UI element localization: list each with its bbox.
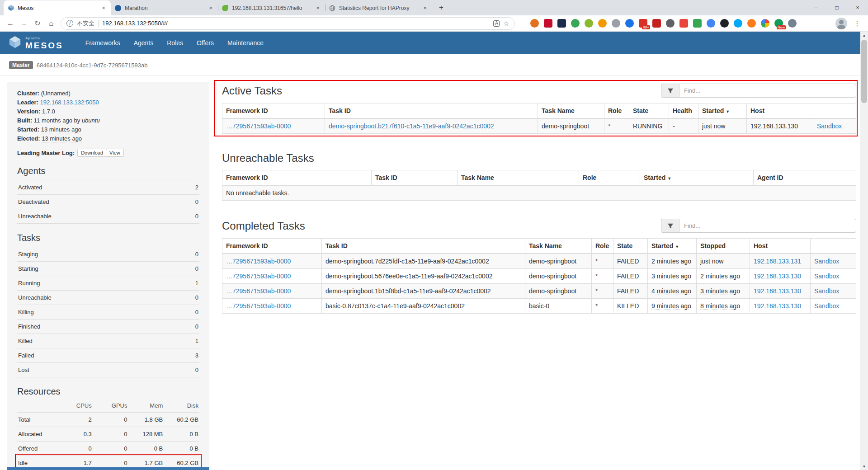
stat-label: Unreachable [17,291,176,305]
extension-icon[interactable] [612,19,620,28]
log-download-button[interactable]: Download [77,149,107,157]
extension-icon[interactable]: New [774,19,783,28]
back-icon[interactable]: ← [4,17,17,30]
scrollbar-thumb[interactable] [861,40,867,103]
framework-id-link[interactable]: …7295671593ab-0000 [226,122,291,130]
reload-icon[interactable]: ↻ [31,17,44,30]
framework-id-link[interactable]: …7295671593ab-0000 [226,258,291,265]
col-state[interactable]: State [613,239,648,254]
col-task-name[interactable]: Task Name [525,239,592,254]
col-started[interactable]: Started ▼ [698,103,747,119]
browser-menu-icon[interactable]: ⋮ [851,17,863,30]
extension-icon[interactable] [530,19,539,28]
extension-icon[interactable] [571,19,580,28]
extension-icon[interactable] [598,19,607,28]
extension-icon[interactable] [747,19,756,28]
home-icon[interactable]: ⌂ [44,17,58,30]
leader-link[interactable]: 192.168.133.132:5050 [40,99,99,106]
tab-haproxy-stats[interactable]: Statistics Report for HAProxy × [325,0,432,15]
tab-close-icon[interactable]: × [314,5,321,12]
page-scrollbar[interactable]: ▲ ▼ [860,32,868,470]
bookmark-star-icon[interactable]: ☆ [503,20,509,27]
extension-icon[interactable] [707,19,715,28]
nav-item-frameworks[interactable]: Frameworks [79,32,127,54]
elected-time: 13 minutes ago [42,135,82,142]
sandbox-link[interactable]: Sandbox [814,287,839,295]
extension-icon[interactable] [693,19,702,28]
col-framework-id[interactable]: Framework ID [222,103,325,119]
agents-heading: Agents [17,166,199,176]
framework-id-link[interactable]: …7295671593ab-0000 [226,273,291,280]
col-framework-id[interactable]: Framework ID [222,239,322,254]
profile-avatar[interactable] [835,18,847,29]
tab-springboot-hello[interactable]: 192.168.133.131:31657/hello × [218,0,325,15]
extension-icon[interactable] [666,19,675,28]
address-bar[interactable]: i 不安全 192.168.133.132:5050/#/ A ☆ [61,17,515,30]
extension-icon[interactable]: 99+ [639,19,647,28]
page-info-icon[interactable]: i [66,20,73,27]
tab-mesos[interactable]: Mesos × [4,0,111,15]
tab-marathon[interactable]: Marathon × [111,0,218,15]
completed-tasks-find-input[interactable] [679,219,856,233]
col-task-id[interactable]: Task ID [322,239,525,254]
extension-icon[interactable] [720,19,729,28]
log-view-button[interactable]: View [106,149,124,157]
col-health[interactable]: Health [669,103,698,119]
host-link[interactable]: 192.168.133.131 [754,258,801,265]
extension-icon[interactable] [557,19,566,28]
window-maximize-button[interactable]: □ [826,0,847,15]
col-role[interactable]: Role [604,103,629,119]
framework-id-link[interactable]: …7295671593ab-0000 [226,302,291,310]
host-link[interactable]: 192.168.133.130 [754,302,801,310]
extension-icon[interactable] [788,19,797,28]
extension-icon[interactable] [761,19,769,28]
col-framework-id[interactable]: Framework ID [222,170,372,186]
extension-icon[interactable] [585,19,593,28]
active-tasks-find-input[interactable] [679,84,856,98]
translate-icon[interactable]: A [493,20,500,27]
host-link[interactable]: 192.168.133.130 [754,273,801,280]
col-task-id[interactable]: Task ID [372,170,458,186]
sandbox-link[interactable]: Sandbox [814,273,839,280]
col-started[interactable]: Started ▼ [648,239,697,254]
res-gpus: 0 [93,427,128,442]
scroll-up-icon[interactable]: ▲ [860,32,868,39]
nav-item-agents[interactable]: Agents [127,32,160,54]
nav-item-roles[interactable]: Roles [160,32,190,54]
col-host[interactable]: Host [750,239,811,254]
col-stopped[interactable]: Stopped [697,239,750,254]
extension-icon[interactable] [679,19,688,28]
extension-icon[interactable] [544,19,552,28]
new-tab-button[interactable]: + [435,1,448,14]
extension-icon[interactable] [652,19,661,28]
extension-icon[interactable] [625,19,634,28]
col-task-name[interactable]: Task Name [538,103,604,119]
col-role[interactable]: Role [592,239,613,254]
nav-item-offers[interactable]: Offers [190,32,221,54]
extension-icon[interactable] [734,19,742,28]
nav-item-maintenance[interactable]: Maintenance [221,32,270,54]
mesos-brand[interactable]: Apache MESOS [8,35,63,51]
col-task-id[interactable]: Task ID [325,103,538,119]
scroll-down-icon[interactable]: ▼ [860,463,868,470]
task-name-cell: demo-springboot [525,284,592,299]
sandbox-link[interactable]: Sandbox [814,302,839,310]
window-minimize-button[interactable]: – [806,0,826,15]
sandbox-link[interactable]: Sandbox [817,122,842,130]
task-id-link[interactable]: demo-springboot.b217f610-c1a5-11e9-aaf9-… [329,122,494,130]
col-started[interactable]: Started ▼ [640,170,754,186]
tab-title: Marathon [125,5,204,11]
window-close-button[interactable]: × [847,0,868,15]
col-agent-id[interactable]: Agent ID [754,170,856,186]
col-task-name[interactable]: Task Name [458,170,579,186]
host-link[interactable]: 192.168.133.130 [754,287,801,295]
col-role[interactable]: Role [579,170,640,186]
col-host[interactable]: Host [747,103,813,119]
tab-close-icon[interactable]: × [421,5,429,12]
framework-id-link[interactable]: …7295671593ab-0000 [226,287,291,295]
forward-icon[interactable]: → [17,17,31,30]
col-state[interactable]: State [629,103,669,119]
tab-close-icon[interactable]: × [207,5,214,12]
sandbox-link[interactable]: Sandbox [814,258,839,265]
tab-close-icon[interactable]: × [100,5,107,12]
